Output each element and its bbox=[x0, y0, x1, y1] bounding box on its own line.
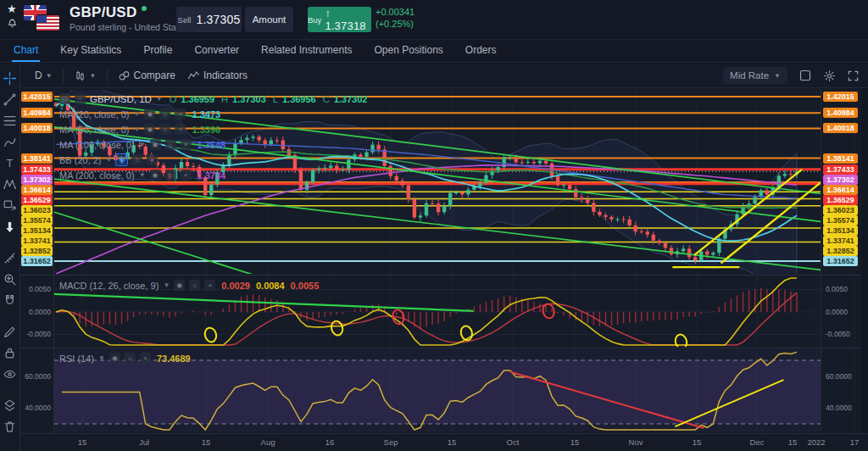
indicator-legend-ma1[interactable]: MA (50, close, 0)▼◉☼×1.3396 bbox=[59, 123, 220, 136]
indicators-icon bbox=[187, 70, 200, 82]
indicator-legend-ma0[interactable]: MA (20, close, 0)▼◉☼×1.3473 bbox=[59, 108, 220, 120]
time-label: 15 bbox=[78, 437, 87, 447]
measure-tool[interactable] bbox=[3, 250, 18, 265]
indicators-label: Indicators bbox=[203, 70, 248, 81]
amount-label: Amount bbox=[253, 14, 287, 25]
indicator-value: 1.3396 bbox=[192, 125, 220, 135]
close-icon[interactable]: × bbox=[175, 109, 186, 120]
amount-button[interactable]: Amount bbox=[245, 7, 293, 32]
price-level-label: 1.32852 bbox=[823, 246, 858, 256]
close-icon[interactable]: × bbox=[147, 154, 158, 165]
indicator-value: 1.3548 bbox=[198, 140, 226, 150]
indicator-legend-ma2[interactable]: MA (100, close, 0)▼◉☼×1.3548 bbox=[59, 138, 225, 151]
price-level-label: 1.35574 bbox=[21, 215, 53, 226]
draw-tool[interactable] bbox=[3, 324, 18, 339]
arrow-mark-tool[interactable] bbox=[3, 219, 18, 234]
gear-icon[interactable]: ☼ bbox=[159, 109, 170, 120]
eye-icon[interactable]: ◉ bbox=[150, 139, 161, 150]
gear-icon[interactable]: ☼ bbox=[189, 280, 200, 291]
settings-gear-icon[interactable] bbox=[823, 70, 836, 82]
chart-legend[interactable]: ◎ − GBP/USD, 1D ▼ O1.36959 H1.37303 L1.3… bbox=[59, 92, 367, 105]
price-level-label: 1.37433 bbox=[823, 164, 858, 175]
time-label: Oct bbox=[507, 437, 520, 447]
legend-eye-icon[interactable]: ◎ bbox=[59, 93, 70, 104]
gear-icon[interactable]: ☼ bbox=[159, 124, 170, 135]
fullscreen-icon[interactable] bbox=[847, 70, 860, 82]
rate-mode-select[interactable]: Mid Rate▼ bbox=[723, 67, 787, 84]
brush-tool[interactable] bbox=[3, 134, 18, 149]
eye-icon[interactable]: ◉ bbox=[174, 280, 185, 291]
tab-key-statistics[interactable]: Key Statistics bbox=[58, 40, 123, 62]
gear-icon[interactable]: ☼ bbox=[165, 139, 176, 150]
watchlist-star-icon[interactable]: ★ bbox=[7, 3, 18, 14]
scale-label: 60.0000 bbox=[25, 372, 51, 381]
eye-icon[interactable]: ◉ bbox=[144, 124, 155, 135]
currency-pair-flags bbox=[24, 4, 63, 35]
indicator-value: 1.3734 bbox=[198, 170, 226, 181]
lock-tool[interactable] bbox=[3, 345, 18, 360]
macd-signal-value: 0.0055 bbox=[291, 281, 320, 291]
forecast-tool[interactable] bbox=[3, 198, 18, 213]
close-icon[interactable]: × bbox=[204, 280, 215, 291]
sell-label: Sell bbox=[178, 15, 192, 25]
time-label: 16 bbox=[326, 437, 335, 447]
tab-related-instruments[interactable]: Related Instruments bbox=[259, 40, 353, 62]
sell-price: 1.37305 bbox=[196, 13, 240, 26]
scale-label: 40.0000 bbox=[25, 404, 51, 412]
price-level-label: 1.38141 bbox=[21, 153, 53, 164]
eye-icon[interactable]: ◉ bbox=[144, 109, 155, 120]
scale-label: 0.0000 bbox=[29, 308, 51, 316]
price-level-label: 1.40018 bbox=[21, 123, 53, 133]
eye-icon[interactable]: ◉ bbox=[116, 154, 127, 165]
indicators-button[interactable]: Indicators bbox=[181, 67, 253, 85]
price-level-label: 1.31652 bbox=[21, 256, 53, 266]
magnet-tool[interactable] bbox=[3, 292, 18, 308]
text-tool[interactable]: T bbox=[3, 155, 18, 170]
gear-icon[interactable]: ☼ bbox=[131, 154, 142, 165]
hide-tool[interactable] bbox=[3, 366, 18, 381]
indicator-legend-bb3[interactable]: BB (20, 2)▼◉☼× bbox=[59, 153, 158, 166]
close-icon[interactable]: × bbox=[181, 170, 192, 181]
chart-type-select[interactable]: ▼ bbox=[68, 67, 103, 85]
xabcd-pattern-tool[interactable] bbox=[3, 176, 18, 192]
gear-icon[interactable]: ☼ bbox=[125, 353, 136, 364]
interval-select[interactable]: D▼ bbox=[29, 67, 58, 84]
scale-label: 0.0000 bbox=[826, 308, 848, 316]
close-icon[interactable]: × bbox=[140, 353, 151, 364]
buy-price: 1.37318 bbox=[325, 19, 365, 32]
sell-button[interactable]: Sell 1.37305 bbox=[176, 7, 242, 32]
close-icon[interactable]: × bbox=[175, 124, 186, 135]
left-price-scale[interactable]: 1.420151.409841.400181.381411.374331.373… bbox=[20, 88, 53, 433]
compare-button[interactable]: Compare bbox=[112, 67, 181, 85]
scale-label: -0.0050 bbox=[26, 330, 51, 338]
remove-tool[interactable] bbox=[3, 419, 18, 434]
rsi-legend[interactable]: RSI (14)▼ ◉ ☼ × 73.4689 bbox=[59, 352, 191, 365]
tab-orders[interactable]: Orders bbox=[464, 40, 498, 62]
tab-chart[interactable]: Chart bbox=[12, 40, 40, 62]
indicator-legend-ma4[interactable]: MA (200, close, 0)▼◉☼×1.3734 bbox=[59, 169, 225, 181]
scale-label: 60.0000 bbox=[826, 372, 852, 381]
price-change: +0.00341 (+0.25%) bbox=[376, 6, 415, 30]
tab-open-positions[interactable]: Open Positions bbox=[372, 40, 444, 62]
right-price-scale[interactable]: 1.420151.409841.400181.381411.374331.373… bbox=[821, 88, 861, 433]
scale-label: 0.0050 bbox=[826, 285, 848, 293]
buy-button[interactable]: Buy ↑ 1.37318 bbox=[308, 7, 371, 32]
eye-icon[interactable]: ◉ bbox=[109, 353, 120, 364]
object-tree-tool[interactable] bbox=[3, 398, 18, 413]
trend-line-tool[interactable] bbox=[3, 92, 18, 107]
snapshot-icon[interactable] bbox=[798, 69, 812, 82]
crosshair-tool[interactable] bbox=[3, 70, 18, 86]
rsi-label: RSI (14) bbox=[59, 354, 94, 364]
fib-lines-tool[interactable] bbox=[3, 113, 18, 128]
close-icon[interactable]: × bbox=[181, 139, 192, 150]
eye-icon[interactable]: ◉ bbox=[150, 170, 161, 181]
zoom-in-tool[interactable] bbox=[3, 271, 18, 287]
macd-legend[interactable]: MACD (12, 26, close, 9)▼ ◉ ☼ × 0.0029 0.… bbox=[59, 279, 319, 292]
price-level-label: 1.35574 bbox=[823, 215, 858, 226]
legend-collapse-icon[interactable]: − bbox=[75, 93, 86, 104]
tab-profile[interactable]: Profile bbox=[142, 40, 174, 62]
time-axis[interactable]: 15Jul15Aug16Sep15Oct15Nov15Dec15202217 bbox=[20, 433, 868, 451]
alert-bell-icon[interactable] bbox=[7, 17, 18, 32]
gear-icon[interactable]: ☼ bbox=[165, 170, 176, 181]
tab-converter[interactable]: Converter bbox=[192, 40, 241, 62]
